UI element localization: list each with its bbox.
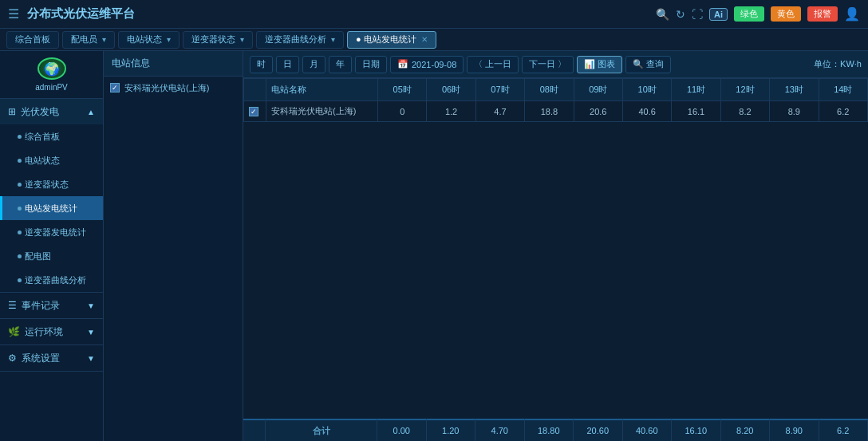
sidebar-group-env-header[interactable]: 🌿 运行环境 ▼ — [0, 319, 103, 345]
row-cell-h14: 6.2 — [819, 101, 867, 122]
station-panel-title: 电站信息 — [104, 51, 243, 77]
tab-inverter-status[interactable]: 逆变器状态 ▾ — [183, 31, 253, 49]
sidebar-item-station-status[interactable]: 电站状态 — [0, 148, 103, 172]
sidebar-group-solar-label: 光伏发电 — [21, 105, 59, 119]
data-table: 电站名称 05时 06时 07时 08时 09时 10时 11时 12时 13 — [243, 78, 868, 122]
ai-badge: Ai — [709, 8, 728, 21]
footer-h08: 18.80 — [525, 419, 574, 441]
station-list-item-label: 安科瑞光伏电站(上海) — [124, 82, 209, 94]
content-area: 电站信息 安科瑞光伏电站(上海) 时 日 月 年 日期 📅 — [104, 51, 868, 441]
sidebar-group-env: 🌿 运行环境 ▼ — [0, 319, 103, 345]
orange-status-btn[interactable]: 黄色 — [771, 6, 801, 22]
unit-label: 单位：KW·h — [814, 58, 862, 70]
footer-label-cell: 合计 — [266, 419, 377, 441]
grid-icon: ⊞ — [8, 106, 16, 117]
col-h13: 13时 — [770, 79, 819, 101]
sidebar-group-settings-label: 系统设置 — [22, 352, 60, 365]
col-checkbox — [244, 79, 266, 101]
chevron-down-icon3: ▾ — [240, 35, 244, 44]
sidebar-item-station-stats[interactable]: 电站发电统计 — [0, 196, 103, 220]
sidebar-item-config-map[interactable]: 配电图 — [0, 244, 103, 268]
col-h07: 07时 — [475, 79, 524, 101]
sidebar-group-settings: ⚙ 系统设置 ▼ — [0, 345, 103, 372]
footer-h12: 8.20 — [721, 419, 771, 441]
alarm-btn[interactable]: 报警 — [807, 6, 838, 22]
refresh-icon-btn[interactable]: ↻ — [676, 8, 685, 21]
tab-inverter-status-label: 逆变器状态 — [191, 33, 235, 45]
row-cell-h12: 8.2 — [720, 101, 769, 122]
col-h14: 14时 — [819, 79, 867, 101]
station-checkbox[interactable] — [110, 83, 120, 93]
date-value: 2021-09-08 — [412, 60, 456, 69]
search-icon-btn[interactable]: 🔍 — [656, 8, 669, 21]
close-icon[interactable]: ✕ — [421, 35, 428, 44]
data-table-wrapper: 电站名称 05时 06时 07时 08时 09时 10时 11时 12时 13 — [243, 78, 868, 419]
month-btn[interactable]: 月 — [302, 56, 326, 73]
sidebar-logo: 🌍 adminPV — [0, 51, 103, 99]
dot-icon5 — [18, 230, 22, 234]
chart-btn[interactable]: 📊 图表 — [577, 56, 622, 73]
sidebar-item-inverter-status[interactable]: 逆变器状态 — [0, 172, 103, 196]
col-h11: 11时 — [672, 79, 720, 101]
row-checkbox-cell[interactable] — [244, 101, 266, 122]
row-cell-h10: 40.6 — [622, 101, 671, 122]
table-row[interactable]: 安科瑞光伏电站(上海)01.24.718.820.640.616.18.28.9… — [244, 101, 868, 122]
tab-power-distribution[interactable]: 配电员 ▾ — [62, 31, 115, 49]
dot-icon7 — [18, 278, 22, 282]
date-range-btn[interactable]: 日期 — [355, 56, 387, 73]
col-h09: 09时 — [574, 79, 622, 101]
sidebar-item-curve-analysis-label: 逆变器曲线分析 — [25, 274, 86, 286]
date-picker[interactable]: 📅 2021-09-08 — [390, 56, 464, 73]
sidebar-group-events-header[interactable]: ☰ 事件记录 ▼ — [0, 293, 103, 318]
row-cell-h08: 18.8 — [525, 101, 574, 122]
sidebar-username: adminPV — [35, 83, 68, 92]
prev-day-btn[interactable]: 〈 上一日 — [467, 56, 519, 73]
sidebar-item-station-stats-label: 电站发电统计 — [25, 203, 77, 215]
sidebar-group-settings-header[interactable]: ⚙ 系统设置 ▼ — [0, 345, 103, 371]
search-icon2: 🔍 — [633, 59, 644, 69]
sidebar-item-inverter-status-label: 逆变器状态 — [25, 179, 69, 191]
sidebar-item-curve-analysis[interactable]: 逆变器曲线分析 — [0, 268, 103, 292]
content-panels: 电站信息 安科瑞光伏电站(上海) 时 日 月 年 日期 📅 — [104, 51, 868, 441]
sidebar-item-station-status-label: 电站状态 — [25, 155, 60, 167]
row-cell-h11: 16.1 — [672, 101, 720, 122]
row-cell-h06: 1.2 — [427, 101, 475, 122]
time-btn[interactable]: 时 — [250, 56, 273, 73]
logo-icon: 🌍 — [37, 57, 66, 80]
header-icons: 🔍 ↻ ⛶ Ai 绿色 黄色 报警 👤 — [656, 6, 860, 22]
sidebar-group-env-label: 运行环境 — [25, 325, 63, 339]
dot-icon — [18, 135, 22, 139]
tab-station-stats[interactable]: ● 电站发电统计 ✕ — [347, 31, 436, 49]
station-list-item[interactable]: 安科瑞光伏电站(上海) — [104, 77, 243, 99]
footer-h10: 40.60 — [623, 419, 673, 441]
day-btn[interactable]: 日 — [276, 56, 299, 73]
footer-cells: 合计 0.00 1.20 4.70 18.80 20.60 40.60 16.1… — [243, 419, 868, 441]
tab-station-status[interactable]: 电站状态 ▾ — [118, 31, 180, 49]
footer-h09: 20.60 — [574, 419, 623, 441]
query-btn[interactable]: 🔍 查询 — [625, 56, 671, 73]
footer-h13: 8.90 — [770, 419, 819, 441]
tab-curve-analysis[interactable]: 逆变器曲线分析 ▾ — [256, 31, 344, 49]
sidebar-group-solar: ⊞ 光伏发电 ▲ 综合首板 电站状态 逆变器状态 电站发电统计 — [0, 99, 103, 293]
col-h10: 10时 — [622, 79, 671, 101]
fullscreen-icon-btn[interactable]: ⛶ — [692, 8, 703, 21]
col-h05: 05时 — [378, 79, 427, 101]
sidebar-group-solar-header[interactable]: ⊞ 光伏发电 ▲ — [0, 99, 103, 124]
dot-icon2 — [18, 159, 22, 163]
next-day-btn[interactable]: 下一日 〉 — [522, 56, 574, 73]
green-status-btn[interactable]: 绿色 — [734, 6, 764, 22]
sidebar-item-overview[interactable]: 综合首板 — [0, 124, 103, 148]
tab-overview[interactable]: 综合首板 — [6, 31, 59, 49]
tab-curve-analysis-label: 逆变器曲线分析 — [265, 33, 326, 45]
menu-icon[interactable]: ☰ — [8, 6, 19, 22]
row-cell-h09: 20.6 — [574, 101, 622, 122]
year-btn[interactable]: 年 — [329, 56, 352, 73]
sidebar-item-inverter-stats[interactable]: 逆变器发电统计 — [0, 220, 103, 244]
table-footer: 合计 0.00 1.20 4.70 18.80 20.60 40.60 16.1… — [243, 419, 868, 441]
calendar-icon: 📅 — [397, 59, 408, 69]
footer-h05: 0.00 — [377, 419, 427, 441]
main-layout: 🌍 adminPV ⊞ 光伏发电 ▲ 综合首板 电站状态 逆变器状态 — [0, 51, 868, 441]
footer-total-label: 合计 — [313, 425, 330, 437]
station-panel: 电站信息 安科瑞光伏电站(上海) — [104, 51, 243, 441]
row-checkbox[interactable] — [249, 107, 258, 116]
